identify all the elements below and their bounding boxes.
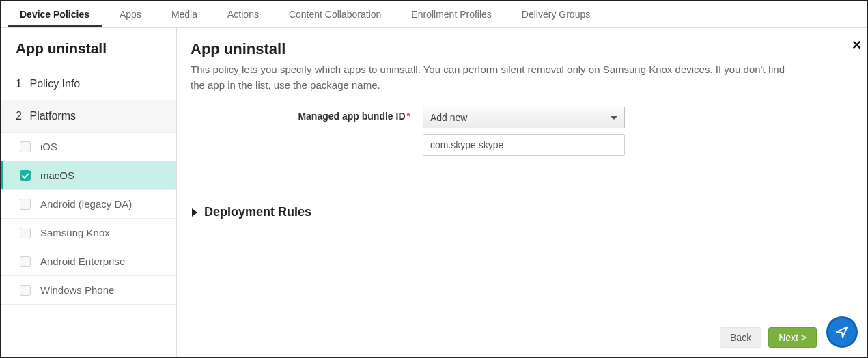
step-platforms[interactable]: 2 Platforms [1, 100, 176, 133]
checkbox[interactable] [20, 256, 31, 267]
close-icon[interactable]: ✕ [852, 38, 862, 53]
step-label: Platforms [29, 110, 76, 122]
help-fab[interactable] [826, 316, 858, 348]
back-button[interactable]: Back [720, 327, 761, 348]
bundle-id-input[interactable] [423, 134, 625, 156]
main-panel: ✕ App uninstall This policy lets you spe… [177, 28, 867, 357]
step-policy-info[interactable]: 1 Policy Info [1, 68, 176, 100]
step-number: 1 [16, 78, 27, 90]
platform-label: Android (legacy DA) [40, 198, 132, 210]
caret-right-icon [192, 208, 197, 217]
top-nav: Device Policies Apps Media Actions Conte… [1, 1, 867, 28]
next-button[interactable]: Next > [768, 327, 817, 348]
tab-actions[interactable]: Actions [212, 2, 274, 26]
platform-samsung-knox[interactable]: Samsung Knox [1, 219, 176, 247]
form-row-bundle-id: Managed app bundle ID* Add new [191, 107, 854, 156]
bundle-id-select[interactable]: Add new [423, 107, 625, 128]
checkbox[interactable] [20, 199, 31, 210]
platform-windows-phone[interactable]: Windows Phone [1, 276, 176, 305]
platform-label: Android Enterprise [40, 256, 125, 267]
platform-macos[interactable]: macOS [1, 161, 176, 190]
deployment-rules-label: Deployment Rules [204, 205, 311, 219]
checkbox[interactable] [20, 285, 31, 296]
checkbox[interactable] [20, 170, 31, 181]
platform-label: Samsung Knox [40, 227, 110, 238]
label-text: Managed app bundle ID [298, 111, 405, 122]
checkbox[interactable] [20, 228, 31, 238]
tab-delivery-groups[interactable]: Delivery Groups [507, 2, 605, 26]
tab-media[interactable]: Media [156, 2, 212, 26]
tab-enrollment-profiles[interactable]: Enrollment Profiles [396, 2, 507, 26]
platform-label: Windows Phone [40, 284, 114, 296]
tab-content-collaboration[interactable]: Content Collaboration [274, 2, 396, 26]
sidebar: App uninstall 1 Policy Info 2 Platforms … [1, 28, 177, 357]
navigate-icon [835, 325, 850, 340]
tab-apps[interactable]: Apps [104, 2, 156, 26]
platform-label: iOS [40, 141, 57, 152]
page-description: This policy lets you specify which apps … [191, 62, 792, 93]
select-value: Add new [430, 112, 467, 123]
page-title: App uninstall [191, 40, 854, 58]
platform-ios[interactable]: iOS [1, 133, 176, 161]
platform-android-legacy-da[interactable]: Android (legacy DA) [1, 190, 176, 219]
platform-android-enterprise[interactable]: Android Enterprise [1, 247, 176, 276]
chevron-down-icon [611, 116, 617, 120]
deployment-rules-toggle[interactable]: Deployment Rules [191, 205, 854, 219]
bundle-id-label: Managed app bundle ID* [191, 107, 423, 122]
required-asterisk: * [407, 111, 410, 122]
platform-label: macOS [40, 169, 74, 181]
footer-buttons: Back Next > [720, 327, 817, 348]
tab-device-policies[interactable]: Device Policies [5, 2, 104, 26]
step-label: Policy Info [29, 78, 80, 90]
checkbox[interactable] [20, 141, 31, 152]
sidebar-title: App uninstall [1, 28, 176, 68]
step-number: 2 [16, 110, 27, 122]
